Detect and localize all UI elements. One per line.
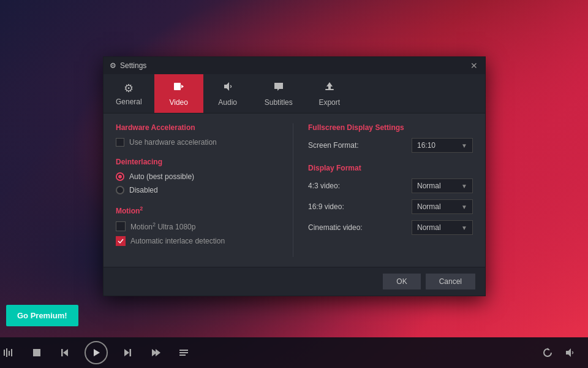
- svg-marker-4: [326, 82, 333, 89]
- settings-content: Hardware Acceleration Use hardware accel…: [104, 113, 485, 267]
- subtitles-tab-icon: [273, 80, 285, 96]
- step-forward-button[interactable]: [147, 344, 164, 361]
- tab-general[interactable]: ⚙ General: [104, 74, 154, 113]
- svg-rect-11: [61, 349, 63, 356]
- svg-marker-12: [94, 349, 100, 356]
- svg-rect-9: [33, 349, 40, 356]
- motion-ultra-label: Motion2 Ultra 1080p: [130, 221, 195, 231]
- motion-interlace-checkbox[interactable]: [116, 236, 126, 246]
- svg-marker-16: [156, 349, 160, 356]
- cinematic-video-label: Cinematic video:: [308, 223, 363, 232]
- video-tab-icon: [173, 80, 185, 96]
- hardware-acceleration-row: Use hardware acceleration: [116, 138, 281, 147]
- go-premium-button[interactable]: Go Premium!: [6, 305, 78, 326]
- volume-button[interactable]: [561, 344, 578, 361]
- svg-rect-19: [179, 355, 186, 356]
- video-43-arrow: ▼: [461, 183, 467, 190]
- deinterlacing-auto-radio[interactable]: [116, 172, 124, 181]
- dialog-title: ⚙ Settings: [110, 61, 146, 70]
- left-panel: Hardware Acceleration Use hardware accel…: [116, 123, 293, 257]
- screen-format-label: Screen Format:: [308, 141, 359, 150]
- svg-marker-13: [124, 349, 129, 356]
- motion-interlace-row: Automatic interlace detection: [116, 236, 281, 246]
- taskbar: [0, 337, 588, 368]
- video-169-row: 16:9 video: Normal ▼: [308, 199, 473, 214]
- cancel-button[interactable]: Cancel: [426, 274, 475, 289]
- svg-rect-6: [6, 348, 7, 357]
- audio-tab-icon: [222, 80, 234, 96]
- video-43-label: 4:3 video:: [308, 182, 340, 190]
- next-button[interactable]: [119, 344, 136, 361]
- hardware-acceleration-checkbox[interactable]: [116, 138, 124, 147]
- video-169-label: 16:9 video:: [308, 202, 344, 211]
- export-tab-icon: [323, 80, 336, 96]
- cinematic-video-arrow: ▼: [461, 224, 467, 231]
- hardware-acceleration-label: Use hardware acceleration: [129, 138, 217, 147]
- fullscreen-section: Fullscreen Display Settings Screen Forma…: [308, 123, 473, 153]
- motion-title: Motion2: [116, 205, 281, 215]
- tab-subtitles[interactable]: Subtitles: [252, 74, 305, 113]
- cinematic-video-value: Normal: [417, 223, 441, 232]
- tab-audio[interactable]: Audio: [203, 74, 252, 113]
- svg-rect-18: [179, 352, 188, 353]
- video-43-row: 4:3 video: Normal ▼: [308, 178, 473, 193]
- display-format-section: Display Format 4:3 video: Normal ▼ 16:9 …: [308, 164, 473, 235]
- video-169-dropdown[interactable]: Normal ▼: [412, 199, 473, 214]
- motion-section: Motion2 Motion2 Ultra 1080p Automatic in…: [116, 205, 281, 246]
- deinterlacing-section: Deinterlacing Auto (best possible) Disab…: [116, 158, 281, 194]
- deinterlacing-auto-row: Auto (best possible): [116, 172, 281, 181]
- screen-format-dropdown[interactable]: 16:10 ▼: [412, 138, 473, 153]
- video-43-dropdown[interactable]: Normal ▼: [412, 178, 473, 193]
- deinterlacing-disabled-label: Disabled: [129, 186, 158, 194]
- settings-icon: ⚙: [110, 61, 116, 70]
- equalizer-button[interactable]: [0, 344, 17, 361]
- prev-button[interactable]: [56, 344, 74, 361]
- video-169-value: Normal: [417, 202, 441, 211]
- play-button[interactable]: [85, 341, 108, 364]
- ok-button[interactable]: OK: [383, 274, 420, 289]
- screen-format-row: Screen Format: 16:10 ▼: [308, 138, 473, 153]
- screen-format-value: 16:10: [417, 141, 435, 150]
- video-43-value: Normal: [417, 182, 441, 190]
- cinematic-video-row: Cinematic video: Normal ▼: [308, 220, 473, 235]
- deinterlacing-title: Deinterlacing: [116, 158, 281, 166]
- svg-marker-21: [566, 348, 571, 357]
- svg-rect-0: [174, 83, 181, 90]
- display-format-title: Display Format: [308, 164, 473, 172]
- right-panel: Fullscreen Display Settings Screen Forma…: [306, 123, 473, 257]
- deinterlacing-disabled-row: Disabled: [116, 186, 281, 194]
- refresh-button[interactable]: [539, 344, 556, 361]
- motion-ultra-checkbox[interactable]: [116, 221, 126, 231]
- cinematic-video-dropdown[interactable]: Normal ▼: [412, 220, 473, 235]
- svg-marker-10: [63, 349, 68, 356]
- general-tab-icon: ⚙: [124, 82, 134, 95]
- deinterlacing-auto-label: Auto (best possible): [129, 172, 194, 181]
- dialog-footer: OK Cancel: [104, 267, 485, 296]
- motion-interlace-label: Automatic interlace detection: [130, 237, 225, 245]
- settings-dialog: ⚙ Settings ✕ ⚙ General Video: [103, 56, 486, 296]
- svg-rect-3: [325, 89, 334, 90]
- svg-marker-1: [181, 85, 184, 88]
- hardware-acceleration-section: Hardware Acceleration Use hardware accel…: [116, 123, 281, 147]
- hardware-acceleration-title: Hardware Acceleration: [116, 123, 281, 132]
- svg-rect-7: [9, 351, 10, 356]
- playlist-button[interactable]: [175, 344, 192, 361]
- dialog-titlebar: ⚙ Settings ✕: [104, 57, 485, 74]
- svg-rect-8: [11, 349, 12, 356]
- svg-marker-20: [548, 348, 550, 350]
- tab-video[interactable]: Video: [154, 74, 203, 113]
- svg-marker-2: [224, 82, 229, 91]
- svg-rect-5: [4, 350, 5, 356]
- stop-button[interactable]: [28, 344, 45, 361]
- deinterlacing-disabled-radio[interactable]: [116, 186, 124, 194]
- motion-ultra-row: Motion2 Ultra 1080p: [116, 221, 281, 231]
- fullscreen-title: Fullscreen Display Settings: [308, 123, 473, 132]
- screen-format-arrow: ▼: [461, 142, 467, 149]
- video-169-arrow: ▼: [461, 204, 467, 210]
- svg-rect-17: [179, 350, 188, 351]
- tab-export[interactable]: Export: [305, 74, 354, 113]
- close-button[interactable]: ✕: [469, 61, 479, 70]
- tabs-bar: ⚙ General Video Audio: [104, 74, 485, 113]
- svg-rect-14: [130, 349, 132, 356]
